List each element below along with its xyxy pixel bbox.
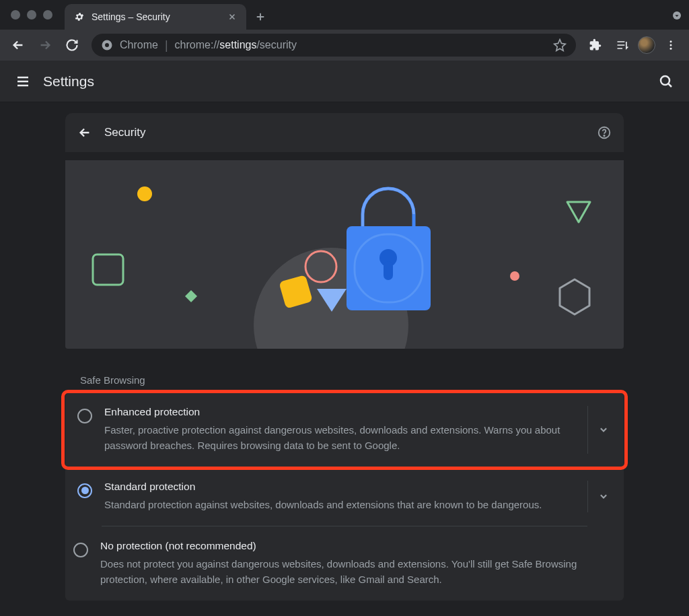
section-header: Security xyxy=(65,113,624,152)
browser-label: Chrome xyxy=(120,39,158,51)
extensions-button[interactable] xyxy=(584,34,607,57)
window-minimize-button[interactable] xyxy=(27,10,36,20)
address-bar[interactable]: Chrome | chrome://settings/security xyxy=(92,34,576,57)
bookmark-star-icon[interactable] xyxy=(553,38,567,52)
svg-point-19 xyxy=(510,271,519,281)
url-text: chrome://settings/security xyxy=(175,39,297,51)
nav-forward-button[interactable] xyxy=(34,34,57,57)
option-standard-protection[interactable]: Standard protection Standard protection … xyxy=(65,467,624,526)
safe-browsing-options: Enhanced protection Faster, proactive pr… xyxy=(65,392,624,601)
titlebar-right xyxy=(672,10,682,24)
help-icon[interactable] xyxy=(597,125,612,140)
expand-enhanced[interactable] xyxy=(587,406,618,454)
svg-point-3 xyxy=(670,40,672,42)
option-enhanced-protection[interactable]: Enhanced protection Faster, proactive pr… xyxy=(65,392,624,467)
svg-point-6 xyxy=(661,76,669,85)
radio-enhanced[interactable] xyxy=(77,409,92,423)
svg-point-2 xyxy=(105,43,109,47)
browser-toolbar: Chrome | chrome://settings/security xyxy=(0,30,689,61)
svg-point-10 xyxy=(137,186,152,201)
option-no-protection[interactable]: No protection (not recommended) Does not… xyxy=(102,526,587,601)
profile-avatar[interactable] xyxy=(638,36,655,54)
svg-rect-11 xyxy=(93,254,123,285)
radio-standard[interactable] xyxy=(77,483,92,498)
search-icon[interactable] xyxy=(658,73,674,90)
chrome-icon xyxy=(101,39,113,51)
browser-tab[interactable]: Settings – Security xyxy=(65,4,246,30)
nav-back-button[interactable] xyxy=(7,34,30,57)
svg-point-5 xyxy=(670,48,672,50)
option-desc: Does not protect you against dangerous w… xyxy=(100,556,587,588)
window-close-button[interactable] xyxy=(11,10,20,20)
window-titlebar: Settings – Security xyxy=(0,0,689,30)
close-icon[interactable] xyxy=(227,12,237,22)
settings-app-header: Settings xyxy=(0,61,689,102)
security-hero-illustration xyxy=(65,160,624,349)
separator: | xyxy=(165,38,168,53)
expand-standard[interactable] xyxy=(587,481,618,512)
tab-title: Settings – Security xyxy=(92,11,170,22)
safe-browsing-subtitle: Safe Browsing xyxy=(80,374,624,386)
svg-point-4 xyxy=(670,44,672,46)
back-arrow-icon[interactable] xyxy=(77,125,92,140)
section-title: Security xyxy=(104,126,145,139)
new-tab-button[interactable] xyxy=(254,11,266,23)
menu-icon[interactable] xyxy=(15,73,31,90)
option-title: Standard protection xyxy=(104,481,579,493)
radio-none[interactable] xyxy=(73,543,88,557)
svg-rect-16 xyxy=(384,261,393,280)
chevron-down-icon xyxy=(597,489,610,503)
window-maximize-button[interactable] xyxy=(43,10,52,20)
option-title: No protection (not recommended) xyxy=(100,540,587,552)
chevron-down-icon xyxy=(597,423,610,436)
reading-list-button[interactable] xyxy=(611,34,634,57)
gear-icon xyxy=(74,11,85,22)
option-desc: Standard protection against websites, do… xyxy=(104,497,579,512)
settings-content-area: Security xyxy=(0,102,689,616)
reload-button[interactable] xyxy=(61,34,83,57)
chrome-menu-button[interactable] xyxy=(659,34,682,57)
dropdown-icon[interactable] xyxy=(672,10,682,21)
app-title: Settings xyxy=(43,73,94,90)
option-desc: Faster, proactive protection against dan… xyxy=(104,422,579,454)
traffic-lights xyxy=(11,10,52,20)
svg-point-8 xyxy=(604,135,604,136)
option-title: Enhanced protection xyxy=(104,406,579,418)
